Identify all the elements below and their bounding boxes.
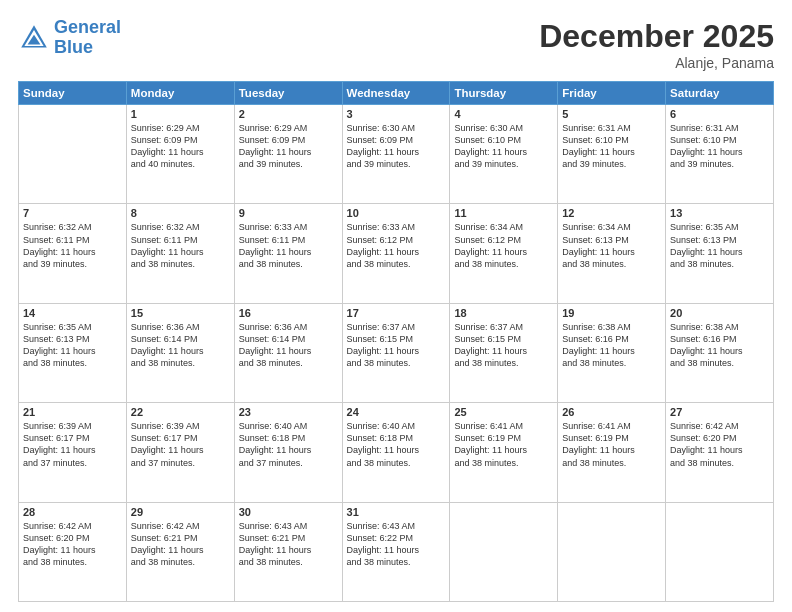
day-number: 6: [670, 108, 769, 120]
title-block: December 2025 Alanje, Panama: [539, 18, 774, 71]
day-number: 27: [670, 406, 769, 418]
day-info: Sunrise: 6:40 AM Sunset: 6:18 PM Dayligh…: [239, 420, 338, 469]
day-cell: 26Sunrise: 6:41 AM Sunset: 6:19 PM Dayli…: [558, 403, 666, 502]
day-cell: 17Sunrise: 6:37 AM Sunset: 6:15 PM Dayli…: [342, 303, 450, 402]
weekday-header-row: SundayMondayTuesdayWednesdayThursdayFrid…: [19, 82, 774, 105]
day-cell: 27Sunrise: 6:42 AM Sunset: 6:20 PM Dayli…: [666, 403, 774, 502]
day-info: Sunrise: 6:41 AM Sunset: 6:19 PM Dayligh…: [454, 420, 553, 469]
day-cell: [558, 502, 666, 601]
week-row-1: 1Sunrise: 6:29 AM Sunset: 6:09 PM Daylig…: [19, 105, 774, 204]
day-number: 11: [454, 207, 553, 219]
logo-general: General: [54, 17, 121, 37]
day-cell: 2Sunrise: 6:29 AM Sunset: 6:09 PM Daylig…: [234, 105, 342, 204]
day-info: Sunrise: 6:37 AM Sunset: 6:15 PM Dayligh…: [347, 321, 446, 370]
weekday-sunday: Sunday: [19, 82, 127, 105]
day-cell: 22Sunrise: 6:39 AM Sunset: 6:17 PM Dayli…: [126, 403, 234, 502]
day-number: 29: [131, 506, 230, 518]
day-cell: 14Sunrise: 6:35 AM Sunset: 6:13 PM Dayli…: [19, 303, 127, 402]
day-cell: 28Sunrise: 6:42 AM Sunset: 6:20 PM Dayli…: [19, 502, 127, 601]
logo-icon: [18, 22, 50, 54]
day-info: Sunrise: 6:30 AM Sunset: 6:10 PM Dayligh…: [454, 122, 553, 171]
day-info: Sunrise: 6:36 AM Sunset: 6:14 PM Dayligh…: [239, 321, 338, 370]
day-number: 9: [239, 207, 338, 219]
day-number: 3: [347, 108, 446, 120]
day-cell: 16Sunrise: 6:36 AM Sunset: 6:14 PM Dayli…: [234, 303, 342, 402]
day-number: 23: [239, 406, 338, 418]
day-info: Sunrise: 6:33 AM Sunset: 6:11 PM Dayligh…: [239, 221, 338, 270]
day-info: Sunrise: 6:35 AM Sunset: 6:13 PM Dayligh…: [23, 321, 122, 370]
day-number: 12: [562, 207, 661, 219]
day-cell: 15Sunrise: 6:36 AM Sunset: 6:14 PM Dayli…: [126, 303, 234, 402]
day-number: 25: [454, 406, 553, 418]
day-cell: 1Sunrise: 6:29 AM Sunset: 6:09 PM Daylig…: [126, 105, 234, 204]
day-number: 2: [239, 108, 338, 120]
day-number: 10: [347, 207, 446, 219]
day-info: Sunrise: 6:38 AM Sunset: 6:16 PM Dayligh…: [562, 321, 661, 370]
logo-blue: Blue: [54, 37, 93, 57]
weekday-wednesday: Wednesday: [342, 82, 450, 105]
day-cell: [19, 105, 127, 204]
day-info: Sunrise: 6:32 AM Sunset: 6:11 PM Dayligh…: [131, 221, 230, 270]
weekday-tuesday: Tuesday: [234, 82, 342, 105]
day-cell: 20Sunrise: 6:38 AM Sunset: 6:16 PM Dayli…: [666, 303, 774, 402]
logo-text: General Blue: [54, 18, 121, 58]
day-cell: 23Sunrise: 6:40 AM Sunset: 6:18 PM Dayli…: [234, 403, 342, 502]
day-number: 20: [670, 307, 769, 319]
calendar-table: SundayMondayTuesdayWednesdayThursdayFrid…: [18, 81, 774, 602]
location: Alanje, Panama: [539, 55, 774, 71]
day-cell: 29Sunrise: 6:42 AM Sunset: 6:21 PM Dayli…: [126, 502, 234, 601]
day-info: Sunrise: 6:38 AM Sunset: 6:16 PM Dayligh…: [670, 321, 769, 370]
day-info: Sunrise: 6:42 AM Sunset: 6:20 PM Dayligh…: [670, 420, 769, 469]
day-cell: 6Sunrise: 6:31 AM Sunset: 6:10 PM Daylig…: [666, 105, 774, 204]
day-cell: 31Sunrise: 6:43 AM Sunset: 6:22 PM Dayli…: [342, 502, 450, 601]
day-cell: 3Sunrise: 6:30 AM Sunset: 6:09 PM Daylig…: [342, 105, 450, 204]
day-info: Sunrise: 6:33 AM Sunset: 6:12 PM Dayligh…: [347, 221, 446, 270]
day-cell: 21Sunrise: 6:39 AM Sunset: 6:17 PM Dayli…: [19, 403, 127, 502]
header: General Blue December 2025 Alanje, Panam…: [18, 18, 774, 71]
day-number: 16: [239, 307, 338, 319]
week-row-5: 28Sunrise: 6:42 AM Sunset: 6:20 PM Dayli…: [19, 502, 774, 601]
day-number: 8: [131, 207, 230, 219]
week-row-3: 14Sunrise: 6:35 AM Sunset: 6:13 PM Dayli…: [19, 303, 774, 402]
day-number: 30: [239, 506, 338, 518]
day-info: Sunrise: 6:34 AM Sunset: 6:12 PM Dayligh…: [454, 221, 553, 270]
weekday-thursday: Thursday: [450, 82, 558, 105]
day-info: Sunrise: 6:30 AM Sunset: 6:09 PM Dayligh…: [347, 122, 446, 171]
day-info: Sunrise: 6:39 AM Sunset: 6:17 PM Dayligh…: [23, 420, 122, 469]
day-number: 28: [23, 506, 122, 518]
day-cell: [666, 502, 774, 601]
weekday-monday: Monday: [126, 82, 234, 105]
logo: General Blue: [18, 18, 121, 58]
day-info: Sunrise: 6:35 AM Sunset: 6:13 PM Dayligh…: [670, 221, 769, 270]
day-cell: 10Sunrise: 6:33 AM Sunset: 6:12 PM Dayli…: [342, 204, 450, 303]
day-cell: 5Sunrise: 6:31 AM Sunset: 6:10 PM Daylig…: [558, 105, 666, 204]
day-cell: 24Sunrise: 6:40 AM Sunset: 6:18 PM Dayli…: [342, 403, 450, 502]
day-info: Sunrise: 6:31 AM Sunset: 6:10 PM Dayligh…: [562, 122, 661, 171]
day-info: Sunrise: 6:43 AM Sunset: 6:22 PM Dayligh…: [347, 520, 446, 569]
day-info: Sunrise: 6:39 AM Sunset: 6:17 PM Dayligh…: [131, 420, 230, 469]
day-cell: 19Sunrise: 6:38 AM Sunset: 6:16 PM Dayli…: [558, 303, 666, 402]
page: General Blue December 2025 Alanje, Panam…: [0, 0, 792, 612]
day-cell: 9Sunrise: 6:33 AM Sunset: 6:11 PM Daylig…: [234, 204, 342, 303]
day-info: Sunrise: 6:43 AM Sunset: 6:21 PM Dayligh…: [239, 520, 338, 569]
day-info: Sunrise: 6:36 AM Sunset: 6:14 PM Dayligh…: [131, 321, 230, 370]
day-cell: 11Sunrise: 6:34 AM Sunset: 6:12 PM Dayli…: [450, 204, 558, 303]
day-cell: 12Sunrise: 6:34 AM Sunset: 6:13 PM Dayli…: [558, 204, 666, 303]
day-number: 22: [131, 406, 230, 418]
day-info: Sunrise: 6:32 AM Sunset: 6:11 PM Dayligh…: [23, 221, 122, 270]
day-number: 17: [347, 307, 446, 319]
day-cell: [450, 502, 558, 601]
day-cell: 18Sunrise: 6:37 AM Sunset: 6:15 PM Dayli…: [450, 303, 558, 402]
day-number: 26: [562, 406, 661, 418]
day-number: 5: [562, 108, 661, 120]
weekday-saturday: Saturday: [666, 82, 774, 105]
day-cell: 8Sunrise: 6:32 AM Sunset: 6:11 PM Daylig…: [126, 204, 234, 303]
day-number: 18: [454, 307, 553, 319]
day-info: Sunrise: 6:29 AM Sunset: 6:09 PM Dayligh…: [131, 122, 230, 171]
day-cell: 30Sunrise: 6:43 AM Sunset: 6:21 PM Dayli…: [234, 502, 342, 601]
day-info: Sunrise: 6:34 AM Sunset: 6:13 PM Dayligh…: [562, 221, 661, 270]
day-info: Sunrise: 6:40 AM Sunset: 6:18 PM Dayligh…: [347, 420, 446, 469]
day-number: 19: [562, 307, 661, 319]
day-info: Sunrise: 6:42 AM Sunset: 6:21 PM Dayligh…: [131, 520, 230, 569]
day-cell: 25Sunrise: 6:41 AM Sunset: 6:19 PM Dayli…: [450, 403, 558, 502]
